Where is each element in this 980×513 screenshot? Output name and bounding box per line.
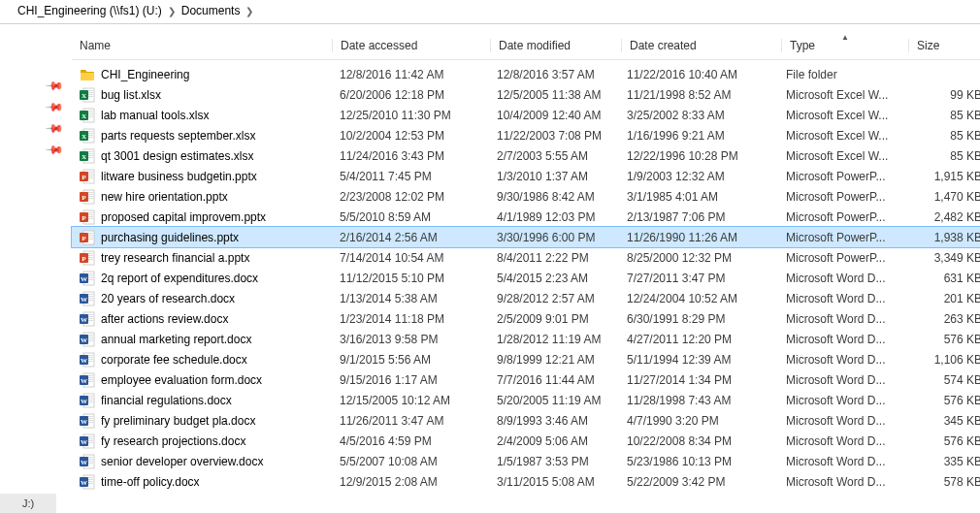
file-name-cell[interactable]: Wfinancial regulations.docx <box>72 393 332 408</box>
column-header-type[interactable]: ▲ Type <box>781 39 908 52</box>
date-accessed-cell: 12/25/2010 11:30 PM <box>332 109 489 122</box>
file-row[interactable]: Xqt 3001 design estimates.xlsx11/24/2016… <box>72 145 980 166</box>
type-cell: Microsoft Word D... <box>778 353 904 367</box>
file-name-cell[interactable]: Xqt 3001 design estimates.xlsx <box>72 148 332 164</box>
breadcrumb-folder[interactable]: Documents ❯ <box>181 4 254 17</box>
file-row[interactable]: Xlab manual tools.xlsx12/25/2010 11:30 P… <box>72 105 980 125</box>
file-name-cell[interactable]: Wcorporate fee schedule.docx <box>72 352 332 368</box>
date-modified-cell: 9/30/1986 8:42 AM <box>489 190 619 204</box>
file-name-cell[interactable]: Wemployee evaluation form.docx <box>72 372 332 388</box>
file-name-cell[interactable]: Wfy preliminary budget pla.docx <box>72 413 332 429</box>
file-row[interactable]: Pproposed capital improvem.pptx5/5/2010 … <box>72 207 980 227</box>
word-icon: W <box>80 352 95 368</box>
file-row[interactable]: Wemployee evaluation form.docx9/15/2016 … <box>72 369 980 390</box>
file-name-cell[interactable]: Xparts requests september.xlsx <box>72 128 332 144</box>
word-icon: W <box>80 332 95 347</box>
ppt-icon: P <box>80 209 95 225</box>
date-accessed-cell: 7/14/2014 10:54 AM <box>332 251 489 265</box>
column-header-date-accessed[interactable]: Date accessed <box>332 39 490 52</box>
folder-icon <box>80 67 95 82</box>
file-name-cell[interactable]: Wannual marketing report.docx <box>72 332 332 347</box>
file-name-cell[interactable]: W20 years of research.docx <box>72 291 332 306</box>
type-cell: Microsoft Word D... <box>778 272 904 285</box>
file-row[interactable]: Plitware business budgetin.pptx5/4/2011 … <box>72 166 980 186</box>
svg-text:W: W <box>81 296 87 304</box>
type-cell: Microsoft Word D... <box>778 312 904 326</box>
column-header-modified-label: Date modified <box>499 39 571 52</box>
file-name-cell[interactable]: Wfy research projections.docx <box>72 433 332 449</box>
pin-icon[interactable]: 📌 <box>45 140 65 160</box>
date-created-cell: 11/26/1990 11:26 AM <box>619 231 778 244</box>
file-row[interactable]: Ppurchasing guidelines.pptx2/16/2014 2:5… <box>72 227 980 247</box>
date-modified-cell: 2/7/2003 5:55 AM <box>489 149 619 163</box>
breadcrumb-drive[interactable]: CHI_Engineering (\\fs1) (U:) ❯ <box>17 4 176 17</box>
file-row[interactable]: Wfy preliminary budget pla.docx11/26/201… <box>72 410 980 431</box>
file-list-pane: Name Date accessed Date modified Date cr… <box>72 24 980 512</box>
date-created-cell: 1/9/2003 12:32 AM <box>619 170 778 183</box>
file-row[interactable]: W2q report of expenditures.docx11/12/201… <box>72 268 980 288</box>
column-header-created-label: Date created <box>630 39 697 52</box>
file-name-label: bug list.xlsx <box>101 88 161 102</box>
file-row[interactable]: Wtime-off policy.docx12/9/2015 2:08 AM3/… <box>72 471 980 492</box>
svg-text:W: W <box>81 337 87 344</box>
pin-icon[interactable]: 📌 <box>45 97 65 117</box>
date-created-cell: 8/25/2000 12:32 PM <box>619 251 778 265</box>
file-name-cell[interactable]: W2q report of expenditures.docx <box>72 271 332 286</box>
file-row[interactable]: Ptrey research financial a.pptx7/14/2014… <box>72 247 980 268</box>
file-row[interactable]: Wfinancial regulations.docx12/15/2005 10… <box>72 390 980 410</box>
type-cell: Microsoft PowerP... <box>778 210 904 224</box>
status-bar-drive-label: J:) <box>22 497 34 509</box>
file-name-cell[interactable]: Wsenior developer overview.docx <box>72 454 332 469</box>
type-cell: Microsoft Excel W... <box>778 109 904 122</box>
file-name-cell[interactable]: Ptrey research financial a.pptx <box>72 250 332 266</box>
file-name-cell[interactable]: Pnew hire orientation.pptx <box>72 189 332 205</box>
file-row[interactable]: Wcorporate fee schedule.docx9/1/2015 5:5… <box>72 349 980 369</box>
excel-icon: X <box>80 148 95 164</box>
date-accessed-cell: 10/2/2004 12:53 PM <box>332 129 489 143</box>
file-name-cell[interactable]: Wtime-off policy.docx <box>72 474 332 490</box>
file-row[interactable]: Wsenior developer overview.docx5/5/2007 … <box>72 451 980 471</box>
breadcrumb[interactable]: CHI_Engineering (\\fs1) (U:) ❯ Documents… <box>0 0 980 24</box>
file-row[interactable]: Pnew hire orientation.pptx2/23/2008 12:0… <box>72 186 980 207</box>
column-header-date-modified[interactable]: Date modified <box>490 39 621 52</box>
column-header-type-label: Type <box>790 39 815 52</box>
ppt-icon: P <box>80 230 95 245</box>
excel-icon: X <box>80 87 95 103</box>
file-name-cell[interactable]: Ppurchasing guidelines.pptx <box>72 230 332 245</box>
size-cell: 263 KB <box>904 312 980 326</box>
file-name-label: employee evaluation form.docx <box>101 373 262 387</box>
date-created-cell: 2/13/1987 7:06 PM <box>619 210 778 224</box>
pin-icon[interactable]: 📌 <box>45 118 65 139</box>
file-name-cell[interactable]: Plitware business budgetin.pptx <box>72 169 332 184</box>
file-name-cell[interactable]: Xlab manual tools.xlsx <box>72 108 332 123</box>
chevron-right-icon[interactable]: ❯ <box>245 6 253 16</box>
file-row[interactable]: Wafter actions review.docx1/23/2014 11:1… <box>72 308 980 329</box>
column-header-date-created[interactable]: Date created <box>621 39 781 52</box>
pin-icon[interactable]: 📌 <box>45 76 65 96</box>
column-header-size[interactable]: Size <box>908 39 980 52</box>
type-cell: Microsoft Word D... <box>778 394 904 407</box>
file-name-cell[interactable]: CHI_Engineering <box>72 67 332 82</box>
file-row[interactable]: Xbug list.xlsx6/20/2006 12:18 PM12/5/200… <box>72 84 980 105</box>
svg-text:W: W <box>81 357 87 365</box>
file-name-cell[interactable]: Wafter actions review.docx <box>72 311 332 327</box>
size-cell: 576 KB <box>904 333 980 346</box>
file-row[interactable]: W20 years of research.docx1/13/2014 5:38… <box>72 288 980 308</box>
column-header-name[interactable]: Name <box>72 39 332 52</box>
file-name-label: 20 years of research.docx <box>101 292 235 305</box>
file-row[interactable]: Wfy research projections.docx4/5/2016 4:… <box>72 431 980 451</box>
chevron-right-icon[interactable]: ❯ <box>168 6 176 16</box>
ppt-icon: P <box>80 189 95 205</box>
file-row[interactable]: Xparts requests september.xlsx10/2/2004 … <box>72 125 980 145</box>
file-name-cell[interactable]: Pproposed capital improvem.pptx <box>72 209 332 225</box>
file-name-cell[interactable]: Xbug list.xlsx <box>72 87 332 103</box>
file-name-label: qt 3001 design estimates.xlsx <box>101 149 253 163</box>
file-row[interactable]: CHI_Engineering12/8/2016 11:42 AM12/8/20… <box>72 64 980 84</box>
date-accessed-cell: 5/5/2010 8:59 AM <box>332 210 489 224</box>
date-accessed-cell: 11/12/2015 5:10 PM <box>332 272 489 285</box>
file-row[interactable]: Wannual marketing report.docx3/16/2013 9… <box>72 329 980 349</box>
svg-text:P: P <box>82 214 86 222</box>
svg-text:X: X <box>82 153 86 161</box>
size-cell: 345 KB <box>904 414 980 428</box>
word-icon: W <box>80 271 95 286</box>
